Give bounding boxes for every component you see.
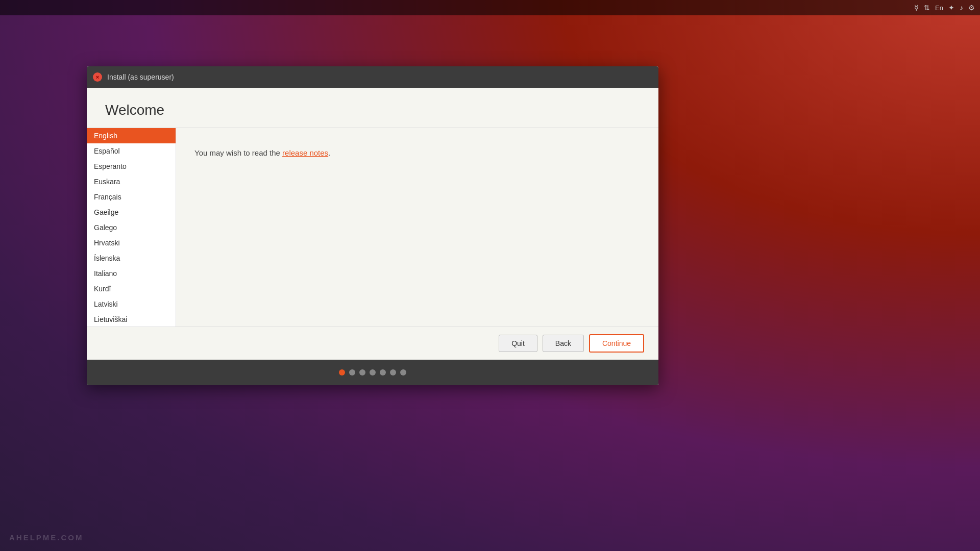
right-content: You may wish to read the release notes. xyxy=(176,128,658,327)
dialog-titlebar: × Install (as superuser) xyxy=(87,66,658,88)
watermark: AHELPME.COM xyxy=(9,533,84,542)
language-indicator[interactable]: En xyxy=(935,4,943,12)
release-text-post: . xyxy=(328,148,330,157)
release-notes-link[interactable]: release notes xyxy=(282,148,328,157)
dialog-body: Welcome EnglishEspañolEsperantoEuskaraFr… xyxy=(87,88,658,385)
language-item[interactable]: Galego xyxy=(87,220,176,235)
content-area: EnglishEspañolEsperantoEuskaraFrançaisGa… xyxy=(87,128,658,327)
language-item[interactable]: Español xyxy=(87,143,176,159)
language-item[interactable]: Esperanto xyxy=(87,159,176,174)
progress-dot xyxy=(339,369,345,375)
progress-dot xyxy=(370,369,376,375)
topbar: ☿ ⇅ En ✦ ♪ ⚙ xyxy=(0,0,980,15)
close-button[interactable]: × xyxy=(93,72,102,82)
dialog-title: Install (as superuser) xyxy=(107,73,174,81)
back-button[interactable]: Back xyxy=(543,335,584,352)
bluetooth-icon[interactable]: ✦ xyxy=(948,4,954,12)
language-item[interactable]: English xyxy=(87,128,176,143)
progress-dot xyxy=(400,369,406,375)
progress-dot xyxy=(390,369,396,375)
language-item[interactable]: Gaeilge xyxy=(87,205,176,220)
continue-button[interactable]: Continue xyxy=(589,334,644,353)
release-text-pre: You may wish to read the xyxy=(194,148,282,157)
welcome-heading: Welcome xyxy=(87,88,658,128)
language-item[interactable]: Italiano xyxy=(87,266,176,281)
release-notes-paragraph: You may wish to read the release notes. xyxy=(194,148,640,157)
language-item[interactable]: Lietuviškai xyxy=(87,312,176,327)
language-item[interactable]: Kurdî xyxy=(87,281,176,296)
quit-button[interactable]: Quit xyxy=(499,335,537,352)
dialog-footer: Quit Back Continue xyxy=(87,327,658,360)
progress-dot xyxy=(359,369,365,375)
progress-dots xyxy=(87,360,658,385)
volume-icon[interactable]: ♪ xyxy=(960,4,963,12)
language-item[interactable]: Euskara xyxy=(87,174,176,189)
accessibility-icon[interactable]: ☿ xyxy=(914,4,919,12)
language-item[interactable]: Latviski xyxy=(87,296,176,312)
progress-dot xyxy=(380,369,386,375)
language-item[interactable]: Hrvatski xyxy=(87,235,176,251)
progress-dot xyxy=(349,369,355,375)
language-list: EnglishEspañolEsperantoEuskaraFrançaisGa… xyxy=(87,128,176,327)
language-item[interactable]: Íslenska xyxy=(87,251,176,266)
network-icon[interactable]: ⇅ xyxy=(924,4,930,12)
install-dialog: × Install (as superuser) Welcome English… xyxy=(87,66,658,385)
settings-icon[interactable]: ⚙ xyxy=(968,4,975,12)
language-item[interactable]: Français xyxy=(87,189,176,205)
